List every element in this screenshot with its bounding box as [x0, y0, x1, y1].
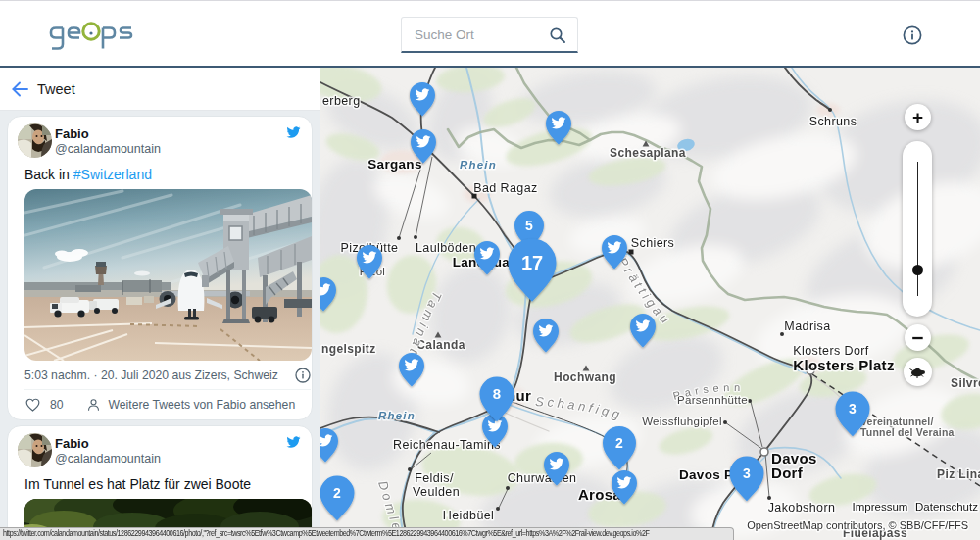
more-tweets-label: Weitere Tweets von Fabio ansehen — [109, 398, 296, 412]
tweet-text: Im Tunnel es hat Platz für zwei Boote — [24, 475, 302, 494]
map-base-layer: erbergSargansBad RagazSchrunsSchiersLaul… — [320, 68, 980, 540]
tweet-actions: 80 Weitere Tweets von Fabio ansehen — [24, 396, 302, 414]
tweet-author-name[interactable]: Fabio — [55, 436, 89, 451]
cluster-count: 8 — [493, 385, 501, 402]
person-icon — [86, 397, 101, 413]
map-canvas[interactable]: erbergSargansBad RagazSchrunsSchiersLaul… — [320, 68, 980, 540]
map-label: ngelspitz — [321, 342, 376, 356]
avatar — [18, 433, 52, 467]
cluster-count: 17 — [521, 252, 543, 273]
map-label: Dorf — [771, 465, 804, 481]
fly-mode-button[interactable] — [904, 358, 932, 386]
back-arrow-icon[interactable] — [11, 80, 29, 98]
station-symbol — [408, 467, 412, 471]
search-box — [401, 17, 578, 53]
map-footer-link[interactable]: Datenschutz — [915, 501, 978, 513]
map-label: Rhein — [378, 410, 416, 421]
tweet-card[interactable]: Fabio @calandamountain Im Tunnel es hat … — [7, 425, 313, 540]
station-symbol — [723, 420, 727, 424]
zoom-slider-handle[interactable] — [912, 265, 923, 275]
station-symbol — [496, 507, 500, 511]
heart-icon — [24, 397, 41, 413]
map-label: Madrisa — [784, 319, 830, 333]
cluster-count: 3 — [743, 466, 751, 481]
browser-status-bar: https://twitter.com/calandamountain/stat… — [0, 527, 734, 540]
tweet-text: Back in #Switzerland — [24, 166, 302, 184]
app-window: Tweet — [0, 0, 980, 540]
sidebar-title: Tweet — [37, 81, 75, 97]
tweet-author-handle[interactable]: @calandamountain — [55, 142, 161, 156]
info-icon[interactable] — [903, 25, 922, 45]
zoom-slider-rail — [917, 162, 919, 296]
cluster-count: 5 — [525, 218, 533, 233]
zoom-in-button[interactable]: + — [905, 104, 931, 130]
tweet-photo-airport[interactable] — [24, 189, 312, 361]
map-label: Schiers — [631, 236, 674, 250]
tweet-timestamp: 5:03 nachm. · 20. Juli 2020 aus Zizers, … — [24, 368, 312, 382]
tweet-card[interactable]: Fabio @calandamountain Back in #Switzerl… — [7, 116, 313, 420]
station-symbol — [506, 486, 510, 490]
station-symbol — [414, 235, 417, 239]
search-input[interactable] — [415, 25, 542, 44]
geops-logo[interactable] — [49, 21, 139, 56]
plus-icon: + — [912, 107, 923, 128]
station-symbol — [629, 250, 634, 255]
map-label: Veulden — [413, 485, 460, 499]
like-button[interactable]: 80 — [24, 397, 64, 413]
avatar — [18, 123, 52, 158]
station-symbol — [828, 108, 832, 112]
map-label: Klosters Platz — [793, 357, 894, 373]
hashtag-link[interactable]: #Switzerland — [74, 167, 152, 182]
map-attribution: OpenStreetMap contributors, © SBB/CFF/FF… — [747, 519, 968, 531]
tweet-divider — [24, 389, 311, 390]
tweet-sidebar: Tweet — [0, 68, 320, 540]
map-label: Tunnel del Veraina — [860, 426, 955, 438]
map-label: Heidbüel — [443, 509, 495, 522]
tweet-author-name[interactable]: Fabio — [55, 126, 89, 141]
zoom-slider[interactable] — [903, 141, 932, 317]
tweet-info-icon[interactable] — [295, 368, 311, 383]
map-label: Laulböden — [416, 241, 476, 255]
map-label: Feldis/ — [415, 471, 454, 485]
map-label: Bad Ragaz — [473, 181, 537, 195]
search-icon[interactable] — [549, 26, 566, 44]
map-label: Jakobshorn — [768, 501, 836, 515]
map-label: Reichenau-Tamins — [393, 438, 501, 452]
map-label: Schruns — [809, 115, 858, 128]
zoom-out-button[interactable]: − — [905, 324, 931, 351]
cluster-count: 3 — [849, 401, 857, 417]
like-count: 80 — [50, 398, 64, 412]
minus-icon: − — [911, 326, 923, 350]
fly-icon — [909, 367, 926, 378]
map-label: Hochwang — [554, 370, 616, 384]
map-label: Rhein — [460, 159, 497, 171]
station-symbol — [767, 496, 771, 500]
station-symbol — [397, 236, 401, 240]
status-url-text: https://twitter.com/calandamountain/stat… — [3, 528, 649, 540]
map-footer-link[interactable]: Impressum — [853, 501, 908, 513]
station-symbol — [748, 399, 752, 403]
map-label: Piz Linard — [937, 467, 980, 481]
map-label: Sargans — [368, 157, 421, 172]
map-label: Schesaplana — [610, 146, 686, 160]
station-symbol — [760, 448, 768, 456]
map-label: Weissfluhgipfel — [642, 416, 722, 427]
cluster-count: 2 — [333, 485, 341, 501]
cluster-count: 2 — [615, 435, 623, 451]
top-header — [0, 0, 980, 68]
twitter-icon[interactable] — [285, 125, 302, 139]
map-label: Klosters Dorf — [793, 344, 869, 358]
sidebar-header: Tweet — [0, 68, 320, 111]
more-tweets-link[interactable]: Weitere Tweets von Fabio ansehen — [86, 397, 296, 413]
tweet-text-prefix: Back in — [24, 167, 74, 182]
tweet-author-handle[interactable]: @calandamountain — [55, 452, 161, 466]
twitter-icon[interactable] — [285, 435, 302, 449]
map-label: erberg — [322, 94, 361, 108]
tweet-list: Fabio @calandamountain Back in #Switzerl… — [0, 111, 320, 540]
map-label: Silvretta — [951, 376, 980, 390]
